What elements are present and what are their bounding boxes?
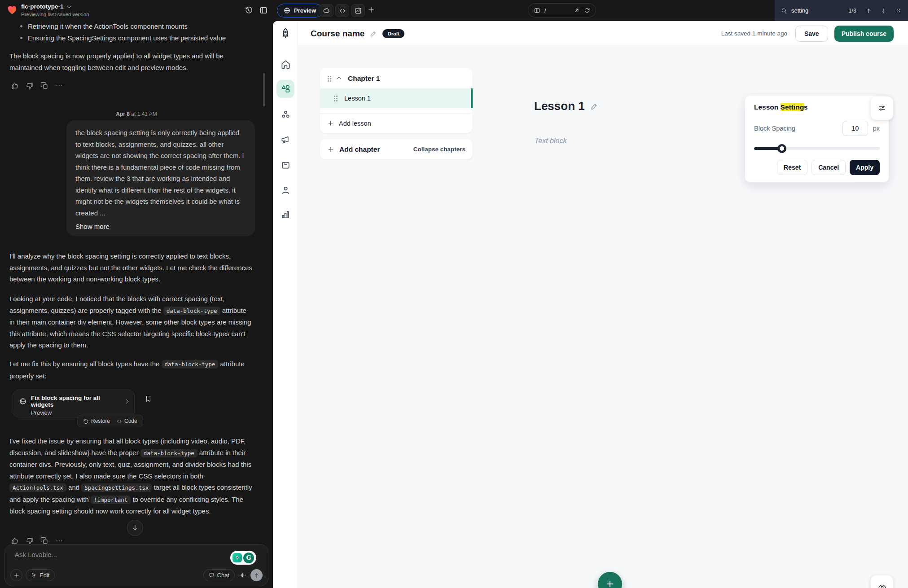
find-next-button[interactable] bbox=[881, 8, 887, 14]
preview-toggle-button[interactable] bbox=[871, 575, 893, 588]
draft-status-badge: Draft bbox=[382, 29, 404, 38]
chat-input[interactable] bbox=[15, 551, 176, 558]
thumbs-up-icon[interactable] bbox=[11, 82, 19, 90]
edit-card-title: Fix block spacing for all widgets bbox=[31, 395, 118, 408]
text-block-placeholder[interactable]: Text block bbox=[535, 137, 566, 145]
chapter-title: Chapter 1 bbox=[348, 75, 380, 83]
scroll-to-bottom-button[interactable] bbox=[127, 520, 143, 536]
restore-button[interactable]: Restore bbox=[83, 418, 110, 424]
lesson-item-label: Lesson 1 bbox=[344, 95, 371, 102]
lesson-heading-text: Lesson 1 bbox=[534, 99, 585, 113]
plus-icon bbox=[327, 120, 334, 127]
home-icon bbox=[281, 59, 291, 70]
chat-composer[interactable]: G Edit Chat bbox=[4, 544, 268, 586]
top-bar: flc-prototype-1 Previewing last saved ve… bbox=[0, 0, 908, 21]
cloud-icon bbox=[323, 7, 330, 14]
plus-icon bbox=[327, 146, 334, 153]
find-match-count: 1/3 bbox=[849, 8, 856, 14]
block-spacing-slider[interactable] bbox=[754, 144, 880, 153]
sidebar-item-analytics[interactable] bbox=[276, 206, 294, 224]
code-button[interactable]: Code bbox=[116, 418, 137, 424]
sidebar-item-home[interactable] bbox=[276, 55, 294, 73]
assistant-paragraph: The block spacing is now properly applie… bbox=[9, 50, 252, 73]
project-name-menu[interactable]: flc-prototype-1 bbox=[21, 3, 70, 10]
preview-mode-button[interactable]: Preview bbox=[277, 4, 323, 18]
add-block-fab[interactable] bbox=[598, 572, 622, 588]
new-tab-button[interactable] bbox=[367, 6, 375, 14]
version-actions-pill: Restore Code bbox=[77, 415, 143, 427]
sidebar-item-community[interactable] bbox=[276, 105, 294, 123]
drag-handle-icon[interactable] bbox=[333, 95, 338, 101]
course-title: Course name bbox=[311, 29, 364, 39]
address-path: / bbox=[544, 7, 546, 14]
plus-icon bbox=[605, 579, 615, 588]
thumbs-down-icon[interactable] bbox=[26, 82, 34, 90]
bar-chart-icon bbox=[281, 210, 290, 219]
voice-input-button[interactable] bbox=[239, 571, 246, 579]
assistant-paragraph: Looking at your code, I noticed that the… bbox=[9, 293, 252, 351]
chat-scrollbar[interactable] bbox=[263, 73, 265, 106]
sidebar-item-courses[interactable] bbox=[276, 80, 294, 98]
slider-thumb[interactable] bbox=[777, 144, 786, 153]
rocket-icon[interactable] bbox=[280, 27, 291, 39]
open-external-icon[interactable] bbox=[574, 7, 580, 13]
add-chapter-button[interactable]: Add chapter bbox=[339, 145, 380, 154]
find-input[interactable] bbox=[791, 7, 840, 14]
lesson-settings-panel: Lesson Settings Block Spacing px Reset C… bbox=[745, 96, 889, 182]
assistant-paragraph: Let me fix this by ensuring all block ty… bbox=[9, 358, 252, 382]
show-more-link[interactable]: Show more bbox=[75, 223, 110, 230]
find-previous-button[interactable] bbox=[865, 8, 872, 14]
edit-title-pencil-icon[interactable] bbox=[370, 30, 377, 37]
reset-button[interactable]: Reset bbox=[777, 160, 807, 175]
analytics-button[interactable] bbox=[351, 4, 365, 17]
shapes-icon bbox=[281, 84, 291, 94]
bullet-item: Ensuring the SpacingSettings component u… bbox=[28, 32, 252, 44]
grammarly-widget[interactable]: G bbox=[230, 551, 256, 565]
sidebar-item-profile[interactable] bbox=[276, 181, 294, 199]
timestamp-time: at 1:41 AM bbox=[131, 111, 157, 117]
drag-handle-icon[interactable] bbox=[327, 75, 331, 82]
cluster-icon bbox=[281, 110, 291, 120]
chapter-header[interactable]: Chapter 1 bbox=[320, 68, 473, 88]
code-view-button[interactable] bbox=[335, 4, 349, 17]
add-lesson-button[interactable]: Add lesson bbox=[320, 113, 473, 133]
person-icon bbox=[281, 185, 291, 195]
sidebar-item-store[interactable] bbox=[276, 156, 294, 174]
user-message-bubble: the block spacing setting is only correc… bbox=[66, 120, 255, 236]
save-button[interactable]: Save bbox=[795, 26, 828, 42]
chat-mode-button[interactable]: Chat bbox=[203, 569, 235, 581]
lesson-list-item[interactable]: Lesson 1 bbox=[320, 88, 473, 108]
edit-lesson-pencil-icon[interactable] bbox=[590, 102, 598, 110]
code-icon bbox=[339, 7, 346, 14]
pointer-icon bbox=[31, 572, 37, 578]
publish-course-button[interactable]: Publish course bbox=[834, 26, 894, 42]
apply-button[interactable]: Apply bbox=[850, 160, 880, 175]
chevron-right-icon bbox=[124, 399, 129, 404]
more-options-icon[interactable] bbox=[55, 82, 63, 90]
find-close-button[interactable] bbox=[896, 8, 902, 13]
settings-toggle-button[interactable] bbox=[871, 97, 893, 120]
sidebar-item-announcements[interactable] bbox=[276, 131, 294, 149]
block-spacing-input[interactable] bbox=[842, 121, 868, 136]
search-icon bbox=[781, 8, 787, 14]
copy-icon[interactable] bbox=[40, 82, 48, 90]
app-preview: Course name Draft Last saved 1 minute ag… bbox=[273, 21, 908, 588]
history-icon[interactable] bbox=[244, 6, 253, 15]
edit-mode-button[interactable]: Edit bbox=[26, 569, 55, 581]
cancel-button[interactable]: Cancel bbox=[811, 160, 846, 175]
edit-result-card[interactable]: Fix block spacing for all widgets Previe… bbox=[13, 390, 135, 417]
sidebar-toggle-icon[interactable] bbox=[259, 6, 268, 15]
attach-button[interactable] bbox=[10, 569, 22, 581]
chevron-up-icon[interactable] bbox=[337, 77, 341, 81]
search-highlight: Setting bbox=[781, 103, 804, 111]
grammarly-suggestion-icon bbox=[232, 553, 242, 562]
bookmark-icon[interactable] bbox=[145, 395, 152, 403]
globe-icon bbox=[284, 7, 290, 14]
preview-address-bar[interactable]: / bbox=[528, 3, 596, 18]
audio-wave-icon bbox=[239, 571, 246, 579]
refresh-icon[interactable] bbox=[584, 7, 590, 13]
assistant-bullet-list: Retrieving it when the ActionTools compo… bbox=[28, 21, 252, 44]
collapse-chapters-button[interactable]: Collapse chapters bbox=[413, 146, 465, 153]
send-button[interactable] bbox=[250, 569, 263, 581]
cloud-button[interactable] bbox=[320, 4, 333, 17]
